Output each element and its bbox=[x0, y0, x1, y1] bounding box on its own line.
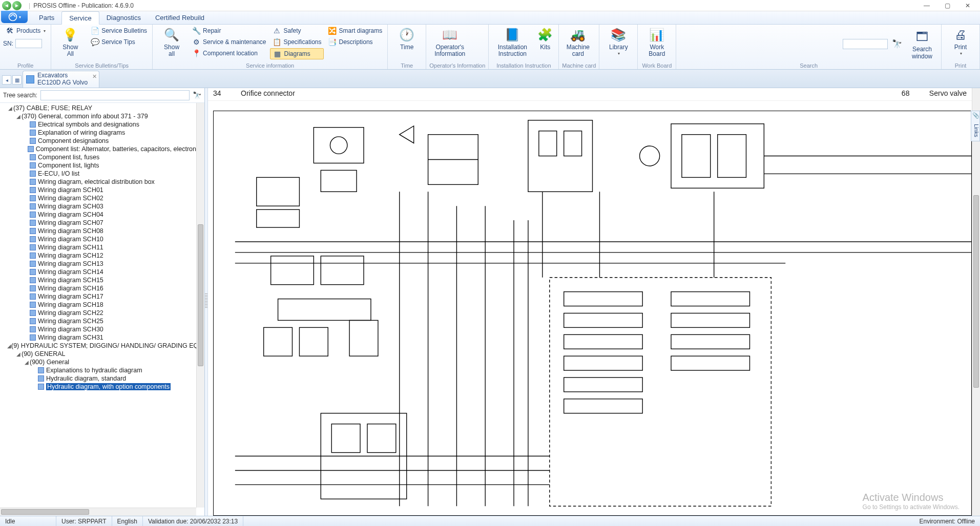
tree-item[interactable]: Wiring diagram SCH13 bbox=[1, 260, 196, 268]
products-dropdown[interactable]: 🛠 Products ▾ bbox=[3, 26, 48, 36]
tree-item-label: Component list: Alternator, batteries, c… bbox=[36, 145, 196, 153]
svg-point-14 bbox=[640, 146, 660, 166]
library-button[interactable]: 📚Library▾ bbox=[602, 26, 634, 56]
tree-item[interactable]: Explanations to hydraulic diagram bbox=[1, 366, 196, 374]
nav-back-button[interactable]: ◄ bbox=[2, 1, 11, 10]
tree-item[interactable]: Wiring diagram SCH12 bbox=[1, 251, 196, 260]
safety-button[interactable]: ⚠Safety bbox=[270, 26, 323, 36]
tree-item[interactable]: Component list, fuses bbox=[1, 153, 196, 161]
tree-item[interactable]: Wiring diagram, electrical distribution … bbox=[1, 178, 196, 186]
tree-item[interactable]: ◢(9) HYDRAULIC SYSTEM; DIGGING/ HANDLING… bbox=[1, 342, 196, 350]
magnifier-icon: 🔍 bbox=[163, 27, 180, 43]
tree-item[interactable]: Wiring diagram SCH03 bbox=[1, 202, 196, 211]
tree-item[interactable]: Hydraulic diagram, standard bbox=[1, 374, 196, 383]
close-tab-button[interactable]: ✕ bbox=[92, 73, 97, 80]
tree-item[interactable]: Wiring diagram SCH30 bbox=[1, 325, 196, 333]
menu-tab-parts[interactable]: Parts bbox=[32, 11, 61, 24]
ribbon-search-input[interactable] bbox=[843, 39, 888, 49]
time-button[interactable]: 🕐Time bbox=[391, 26, 423, 51]
work-board-button[interactable]: 📊Work Board bbox=[641, 26, 673, 57]
tree-item[interactable]: ◢(37) CABLE; FUSE; RELAY bbox=[1, 104, 196, 112]
tree-item[interactable]: Wiring diagram SCH16 bbox=[1, 284, 196, 292]
tabstrip-button-1[interactable]: ◂ bbox=[2, 75, 11, 85]
links-panel-tab[interactable]: Links bbox=[971, 111, 980, 141]
tree-twisty[interactable]: ◢ bbox=[24, 360, 30, 365]
ribbon-group-install: 📘Installation Instruction 🧩Kits Installa… bbox=[489, 25, 559, 69]
tree-vertical-scrollbar[interactable] bbox=[196, 103, 204, 508]
document-tab[interactable]: Excavators EC120D AG Volvo ✕ bbox=[23, 71, 99, 88]
tree-item[interactable]: Wiring diagram SCH25 bbox=[1, 317, 196, 325]
gear-icon: ⚙ bbox=[192, 37, 201, 47]
menu-tab-certified-rebuild[interactable]: Certified Rebuild bbox=[148, 11, 212, 24]
tree-search-button[interactable]: 🔭 bbox=[193, 91, 201, 99]
app-menu-button[interactable]: ▾ bbox=[1, 11, 28, 23]
tree-twisty[interactable]: ◢ bbox=[7, 106, 13, 111]
machine-card-button[interactable]: 🚜Machine card bbox=[562, 26, 594, 57]
tree-item[interactable]: ◢(370) General, common info about 371 - … bbox=[1, 112, 196, 120]
service-show-all-button[interactable]: 🔍 Show all bbox=[156, 26, 187, 57]
hydraulic-diagram-image[interactable] bbox=[213, 111, 972, 516]
tree-item[interactable]: Wiring diagram SCH02 bbox=[1, 194, 196, 202]
document-icon bbox=[30, 203, 36, 209]
descriptions-button[interactable]: 📑Descriptions bbox=[326, 37, 385, 47]
nav-forward-button[interactable]: ► bbox=[12, 1, 22, 10]
search-window-button[interactable]: 🗔Search window bbox=[906, 28, 938, 59]
tree-twisty[interactable]: ◢ bbox=[15, 351, 22, 357]
tree-item[interactable]: Component list, lights bbox=[1, 161, 196, 170]
tree-item-label: Wiring diagram SCH30 bbox=[38, 326, 103, 333]
minimize-button[interactable]: — bbox=[916, 0, 937, 11]
clock-icon: 🕐 bbox=[399, 27, 415, 43]
tree-item[interactable]: Wiring diagram SCH01 bbox=[1, 186, 196, 194]
sn-input[interactable] bbox=[15, 39, 42, 48]
bulletin-icon: 📄 bbox=[90, 26, 99, 35]
close-window-button[interactable]: ✕ bbox=[957, 0, 978, 11]
tree-search-input[interactable] bbox=[40, 90, 190, 100]
maximize-button[interactable]: ▢ bbox=[937, 0, 957, 11]
tree-item[interactable]: Wiring diagram SCH22 bbox=[1, 309, 196, 317]
binoculars-icon[interactable]: 🔭 bbox=[892, 39, 902, 49]
content-vertical-scrollbar[interactable] bbox=[972, 88, 980, 516]
ribbon-group-service-info: 🔍 Show all 🔧Repair ⚙Service & maintenanc… bbox=[153, 25, 388, 69]
installation-instruction-button[interactable]: 📘Installation Instruction bbox=[492, 26, 533, 57]
tabstrip-button-2[interactable]: ▦ bbox=[12, 75, 22, 85]
print-button[interactable]: 🖨Print▾ bbox=[945, 26, 976, 56]
doc-tab-line1: Excavators bbox=[37, 72, 88, 79]
menu-tab-service[interactable]: Service bbox=[61, 11, 99, 25]
tree-item[interactable]: Wiring diagram SCH04 bbox=[1, 211, 196, 219]
tree-item[interactable]: ◢(90) GENERAL bbox=[1, 350, 196, 358]
ribbon-group-profile: 🛠 Products ▾ SN: Profile bbox=[0, 25, 51, 69]
tree-item[interactable]: Explanation of wiring diagrams bbox=[1, 129, 196, 137]
component-location-button[interactable]: 📍Component location bbox=[190, 48, 268, 58]
tree-item[interactable]: E-ECU, I/O list bbox=[1, 170, 196, 178]
tree-twisty[interactable]: ◢ bbox=[7, 343, 11, 349]
navigation-tree[interactable]: ◢(37) CABLE; FUSE; RELAY◢(370) General, … bbox=[0, 103, 196, 508]
tree-item[interactable]: Wiring diagram SCH31 bbox=[1, 333, 196, 342]
document-icon bbox=[28, 146, 34, 152]
bulletins-show-all-button[interactable]: 💡 Show All bbox=[54, 26, 86, 57]
operators-info-button[interactable]: 📖Operator's Information bbox=[429, 26, 470, 57]
tree-item[interactable]: Component list: Alternator, batteries, c… bbox=[1, 145, 196, 153]
tree-item[interactable]: Electrical symbols and designations bbox=[1, 120, 196, 129]
tree-item[interactable]: Wiring diagram SCH08 bbox=[1, 227, 196, 235]
tree-item[interactable]: Wiring diagram SCH17 bbox=[1, 292, 196, 301]
tree-item[interactable]: ◢(900) General bbox=[1, 358, 196, 366]
tree-horizontal-scrollbar[interactable] bbox=[0, 508, 196, 516]
menu-tab-diagnostics[interactable]: Diagnostics bbox=[99, 11, 148, 24]
tree-item[interactable]: Component designations bbox=[1, 137, 196, 145]
tree-item[interactable]: Wiring diagram SCH15 bbox=[1, 276, 196, 284]
service-maintenance-button[interactable]: ⚙Service & maintenance bbox=[190, 37, 268, 47]
repair-button[interactable]: 🔧Repair bbox=[190, 26, 268, 36]
diagrams-button[interactable]: ▦Diagrams bbox=[270, 48, 323, 59]
tree-item[interactable]: Wiring diagram SCH18 bbox=[1, 301, 196, 309]
tree-item[interactable]: Wiring diagram SCH10 bbox=[1, 235, 196, 243]
kits-button[interactable]: 🧩Kits bbox=[535, 26, 555, 51]
specifications-button[interactable]: 📋Specifications bbox=[270, 37, 323, 47]
tree-item[interactable]: Wiring diagram SCH14 bbox=[1, 268, 196, 276]
tree-item[interactable]: Wiring diagram SCH11 bbox=[1, 243, 196, 251]
tree-twisty[interactable]: ◢ bbox=[15, 114, 22, 119]
smart-diagrams-button[interactable]: 🔀Smart diagrams bbox=[326, 26, 385, 36]
tree-item[interactable]: Wiring diagram SCH07 bbox=[1, 219, 196, 227]
service-tips-button[interactable]: 💬Service Tips bbox=[88, 37, 149, 47]
tree-item[interactable]: Hydraulic diagram, with option component… bbox=[1, 383, 196, 391]
service-bulletins-button[interactable]: 📄Service Bulletins bbox=[88, 26, 149, 36]
